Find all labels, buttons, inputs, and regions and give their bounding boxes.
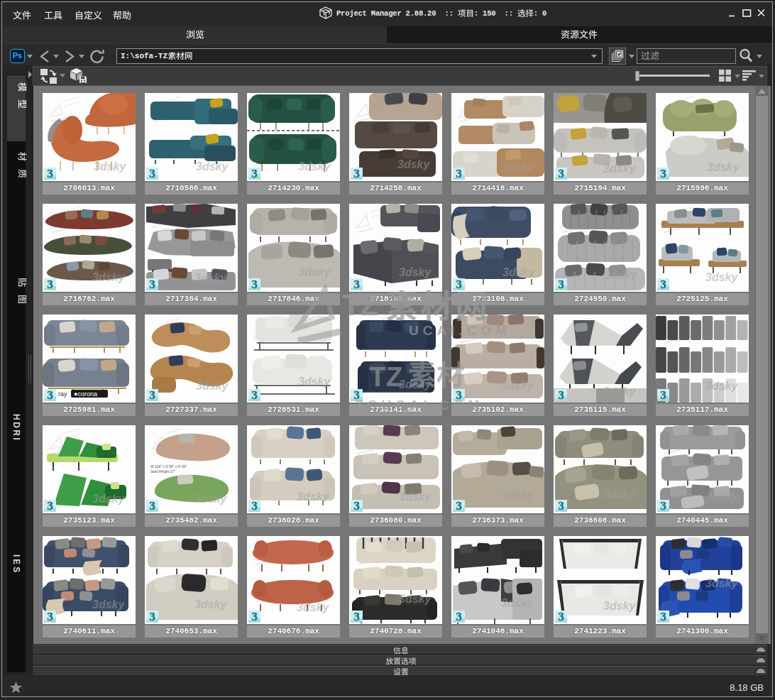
svg-text:3: 3 (456, 611, 462, 623)
svg-text:3: 3 (660, 278, 666, 290)
svg-text:3dsky: 3dsky (603, 385, 636, 398)
svg-text:3dsky: 3dsky (707, 161, 740, 173)
svg-text:3: 3 (558, 500, 564, 512)
svg-text:3: 3 (456, 168, 462, 180)
svg-text:3: 3 (149, 168, 155, 180)
svg-text:3dsky: 3dsky (397, 158, 430, 170)
svg-text:3: 3 (456, 278, 462, 290)
svg-text:Seat Height 17": Seat Height 17" (150, 469, 175, 474)
svg-text:3dsky: 3dsky (297, 601, 329, 613)
svg-text:3dsky: 3dsky (298, 160, 331, 173)
svg-text:3: 3 (353, 389, 360, 401)
svg-text:3dsky: 3dsky (298, 376, 331, 388)
svg-text:3dsky: 3dsky (196, 160, 229, 173)
svg-text:3dsky: 3dsky (297, 491, 329, 503)
svg-text:3: 3 (149, 500, 155, 512)
svg-text:3dsky: 3dsky (399, 491, 432, 503)
svg-text:W 118" x D 59" x H 30": W 118" x D 59" x H 30" (150, 464, 187, 469)
svg-text:3dsky: 3dsky (399, 266, 432, 278)
svg-text:3dsky: 3dsky (705, 271, 738, 283)
svg-text:3: 3 (149, 611, 155, 623)
svg-text:3dsky: 3dsky (501, 380, 534, 392)
svg-text:3: 3 (660, 168, 666, 180)
svg-text:3dsky: 3dsky (399, 378, 432, 390)
svg-text:3: 3 (456, 500, 462, 512)
svg-text:3: 3 (251, 500, 258, 512)
svg-text:3dsky: 3dsky (194, 272, 227, 284)
svg-text:3: 3 (660, 389, 666, 401)
svg-text:3dsky: 3dsky (298, 266, 331, 278)
svg-text:3: 3 (251, 611, 258, 623)
svg-text:3: 3 (558, 278, 564, 290)
svg-text:3: 3 (353, 168, 360, 180)
svg-text:3dsky: 3dsky (705, 380, 738, 392)
svg-text:3: 3 (558, 168, 564, 180)
svg-text:3dsky: 3dsky (603, 600, 636, 612)
svg-text:3dsky: 3dsky (501, 161, 534, 173)
svg-text:3: 3 (47, 168, 53, 180)
svg-text:3dsky: 3dsky (603, 163, 636, 175)
svg-text:3: 3 (47, 611, 53, 623)
svg-text:3dsky: 3dsky (194, 598, 227, 611)
svg-text:3dsky: 3dsky (399, 593, 432, 605)
svg-text:3dsky: 3dsky (501, 488, 534, 500)
svg-text:3: 3 (47, 500, 53, 512)
svg-text:3dsky: 3dsky (605, 269, 637, 281)
svg-text:3dsky: 3dsky (196, 380, 229, 392)
svg-text:3: 3 (251, 389, 258, 401)
svg-text:3: 3 (47, 278, 53, 290)
svg-text:3dsky: 3dsky (502, 266, 535, 278)
svg-text:3dsky: 3dsky (603, 488, 636, 500)
svg-text:3: 3 (353, 278, 360, 290)
svg-text:3: 3 (660, 500, 666, 512)
svg-text:3: 3 (353, 500, 360, 512)
svg-text:3: 3 (47, 389, 53, 401)
svg-text:3dsky: 3dsky (194, 493, 227, 505)
svg-text:3dsky: 3dsky (94, 160, 126, 173)
svg-text:●corona: ●corona (74, 390, 97, 398)
svg-text:3dsky: 3dsky (92, 271, 125, 283)
svg-text:3dsky: 3dsky (92, 598, 125, 611)
svg-text:3dsky: 3dsky (705, 577, 738, 589)
svg-text:3dsky: 3dsky (92, 493, 125, 505)
svg-text:3: 3 (660, 611, 666, 623)
svg-text:3dsky: 3dsky (705, 491, 738, 503)
svg-text:3: 3 (456, 389, 462, 401)
svg-text:3: 3 (353, 611, 360, 623)
svg-text:3dsky: 3dsky (501, 597, 534, 609)
svg-text:3: 3 (251, 278, 258, 290)
svg-text:3: 3 (558, 389, 564, 401)
svg-text:3: 3 (558, 611, 564, 623)
svg-text:3: 3 (149, 389, 155, 401)
svg-text:3: 3 (149, 278, 155, 290)
svg-text:3: 3 (251, 168, 258, 180)
svg-text:ray: ray (58, 390, 67, 398)
